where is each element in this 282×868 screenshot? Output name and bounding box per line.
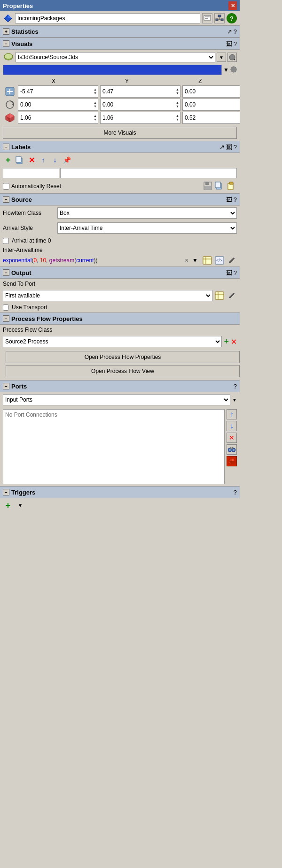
rot-y-down[interactable]: ▼ [175,105,180,108]
output-picture-icon[interactable]: 🖼 [226,269,232,276]
pos-x-up[interactable]: ▲ [93,88,98,91]
arrival-at-0-checkbox[interactable] [3,238,9,244]
ports-content: Input Ports ▼ No Port Connections ↑ ↓ ✕ [0,392,240,486]
send-pen-btn[interactable] [227,290,237,301]
labels-value-input[interactable] [60,168,237,178]
output-help-icon[interactable]: ? [234,269,237,276]
ports-type-select[interactable]: Input Ports [3,394,230,405]
labels-add-btn[interactable]: + [3,155,13,165]
statistics-help-icon[interactable]: ? [234,28,237,35]
svg-marker-44 [229,293,235,298]
close-button[interactable]: ✕ [228,1,237,10]
color-browse-btn[interactable] [230,66,237,74]
port-delete-btn[interactable]: ✕ [227,433,237,443]
pf-open-properties-btn[interactable]: Open Process Flow Properties [6,351,240,363]
file-dropdown-btn[interactable]: ▼ [217,53,226,62]
pos-y-input[interactable] [101,87,175,96]
labels-delete-btn[interactable]: ✕ [26,155,37,165]
scale-x-input[interactable] [18,114,93,122]
labels-content: + ✕ ↑ ↓ 📌 Automatically Reset [0,153,240,193]
scale-y-up[interactable]: ▲ [175,114,180,118]
send-table-btn[interactable] [214,290,225,301]
ports-toggle[interactable]: − [3,383,9,389]
visuals-help-icon[interactable]: ? [234,40,237,47]
labels-paste-btn[interactable] [227,181,237,191]
source-help-icon[interactable]: ? [234,196,237,203]
labels-copy-btn[interactable] [15,155,25,165]
triggers-add-btn[interactable]: + [3,500,13,510]
labels-pin-btn[interactable]: 📌 [62,155,72,165]
rot-x-down[interactable]: ▼ [93,105,98,108]
rot-z-input[interactable] [183,100,240,109]
port-up-btn[interactable]: ↑ [227,409,237,419]
tree-icon-btn[interactable] [214,13,225,23]
svg-rect-48 [230,447,231,449]
pos-x-input[interactable] [18,87,93,96]
more-visuals-button[interactable]: More Visuals [3,127,237,139]
scale-y-down[interactable]: ▼ [175,118,180,122]
triggers-help-icon[interactable]: ? [234,489,237,496]
pf-open-view-btn[interactable]: Open Process Flow View [6,365,240,377]
labels-copy2-btn[interactable] [215,181,225,191]
color-bar[interactable] [3,65,222,75]
labels-arrow-icon[interactable]: ↗ [219,144,225,151]
pf-add-btn[interactable]: + [224,337,229,347]
ports-dropdown-arrow[interactable]: ▼ [232,397,237,403]
color-dropdown-btn[interactable]: ▼ [223,67,229,73]
labels-name-input[interactable] [3,168,59,178]
statistics-arrow-icon[interactable]: ↗ [227,28,232,35]
pos-y-down[interactable]: ▼ [175,91,180,95]
rot-x-input[interactable] [18,100,93,109]
file-browse-btn[interactable] [227,53,237,62]
source-picture-icon[interactable]: 🖼 [226,196,232,203]
arrival-style-select[interactable]: Inter-Arrival Time [57,222,237,234]
labels-save-btn[interactable] [203,181,213,191]
func-dropdown-btn[interactable]: ▼ [190,255,200,266]
pf-class-select[interactable]: Source2 Process [3,336,222,347]
file-path-select[interactable]: fs3d\Source\Source.3ds [16,52,215,62]
pos-x-down[interactable]: ▼ [93,91,98,95]
labels-picture-icon[interactable]: 🖼 [226,144,232,151]
ports-action-buttons: ↑ ↓ ✕ [227,409,237,484]
func-pen-btn[interactable] [227,255,237,266]
func-table-btn[interactable] [202,255,212,266]
scale-y-input[interactable] [101,114,175,122]
rot-y-up[interactable]: ▲ [175,101,180,105]
port-down-btn[interactable]: ↓ [227,421,237,431]
ports-help-icon[interactable]: ? [234,383,237,390]
labels-toggle[interactable]: − [3,144,9,150]
statistics-toggle[interactable]: + [3,28,9,35]
inter-arrival-label-row: Inter-Arrivaltime [0,246,240,254]
flowitem-class-select[interactable]: Box [57,207,237,219]
scale-x-down[interactable]: ▼ [93,118,98,122]
use-transport-checkbox[interactable] [3,305,9,311]
send-to-port-select[interactable]: First available [3,290,212,301]
pos-y-up[interactable]: ▲ [175,88,180,91]
func-arg2: 10 [40,257,46,264]
object-name-input[interactable] [15,13,200,23]
triggers-dropdown-btn[interactable]: ▼ [15,500,25,510]
label-icon-btn[interactable] [202,13,212,23]
source-toggle[interactable]: − [3,196,9,203]
pf-class-label: Process Flow Class [0,325,240,335]
triggers-toggle[interactable]: − [3,489,9,495]
output-toggle[interactable]: − [3,269,9,276]
labels-help-icon[interactable]: ? [234,144,237,151]
scale-z-input[interactable] [183,114,240,122]
func-code-btn[interactable]: </> [214,255,225,266]
labels-up-btn[interactable]: ↑ [38,155,48,165]
pf-delete-btn[interactable]: ✕ [231,337,237,346]
scale-x-up[interactable]: ▲ [93,114,98,118]
rot-y-input[interactable] [101,100,175,109]
auto-reset-checkbox[interactable] [3,183,9,190]
port-cube-btn[interactable] [227,456,237,466]
visuals-toggle[interactable]: − [3,40,9,47]
help-icon-btn[interactable]: ? [227,13,237,23]
visuals-picture-icon[interactable]: 🖼 [226,40,232,47]
process-flow-toggle[interactable]: − [3,315,9,322]
rot-x-up[interactable]: ▲ [93,101,98,105]
port-binoculars-btn[interactable] [227,444,237,455]
process-flow-title: Process Flow Properties [11,315,237,322]
pos-z-input[interactable] [183,87,240,96]
labels-down-btn[interactable]: ↓ [50,155,60,165]
